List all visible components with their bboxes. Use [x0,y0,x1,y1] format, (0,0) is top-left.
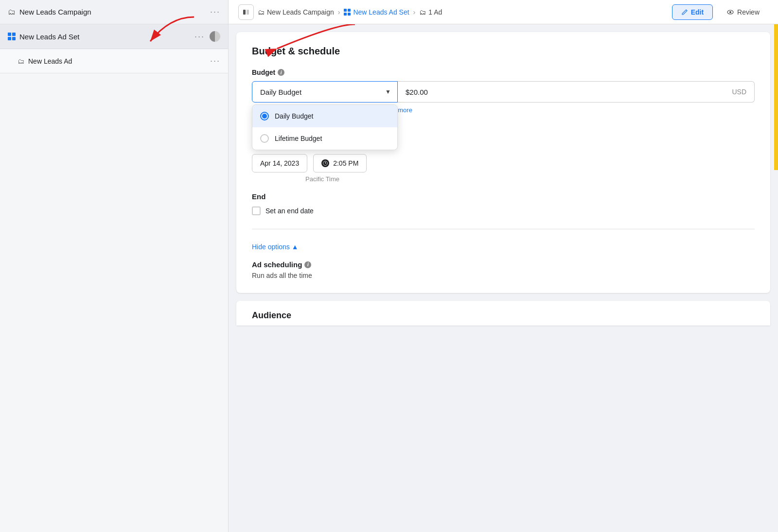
breadcrumb-adset[interactable]: New Leads Ad Set [344,8,409,16]
campaign-more-menu[interactable]: ··· [210,7,220,17]
end-title: End [252,192,755,201]
budget-currency: USD [732,88,746,96]
budget-info-icon[interactable]: i [278,69,284,76]
hide-options-link[interactable]: Hide options ▲ [252,243,755,251]
campaign-row-left: 🗂 New Leads Campaign [8,8,91,17]
campaign-folder-icon: 🗂 [8,8,16,17]
breadcrumb-campaign[interactable]: 🗂 New Leads Campaign [258,8,334,16]
sidebar-item-adset[interactable]: New Leads Ad Set ··· [0,24,228,49]
audience-title: Au [252,310,264,320]
dropdown-item-daily[interactable]: Daily Budget [252,105,397,127]
adset-toggle-icon[interactable] [210,31,220,42]
ad-folder-icon: 🗂 [18,57,24,65]
budget-select-wrapper: Daily Budget Lifetime Budget ▼ Daily Bud… [252,81,398,103]
adset-name: New Leads Ad Set [19,33,79,41]
adset-grid-icon [8,33,16,40]
edit-button[interactable]: Edit [672,4,713,20]
budget-schedule-card: Budget & schedule Budget i [236,32,770,293]
budget-label: Budget i [252,69,755,76]
sidebar: 🗂 New Leads Campaign ··· New Leads Ad Se… [0,0,229,532]
breadcrumb-ad-icon: 🗂 [419,8,426,16]
svg-rect-1 [243,10,246,15]
adset-row-right: ··· [194,31,220,42]
date-time-row: Apr 14, 2023 2:05 PM [252,154,755,172]
ad-scheduling-title: Ad scheduling i [252,260,755,269]
red-arrow-budget [267,24,365,63]
start-time-field[interactable]: 2:05 PM [313,154,367,172]
main-content: 🗂 New Leads Campaign › New Leads Ad Set … [229,0,778,532]
ad-scheduling-section: Ad scheduling i Run ads all the time [252,260,755,279]
breadcrumb-adset-icon [344,9,351,16]
breadcrumb: 🗂 New Leads Campaign › New Leads Ad Set … [238,4,442,20]
budget-row: Daily Budget Lifetime Budget ▼ Daily Bud… [252,81,755,103]
pencil-icon [681,9,688,16]
adset-more-menu[interactable]: ··· [194,32,205,42]
breadcrumb-sep-2: › [413,8,416,16]
radio-lifetime [260,134,269,143]
sidebar-toggle-button[interactable] [238,4,254,20]
sidebar-toggle-icon [242,8,250,16]
breadcrumb-ad[interactable]: 🗂 1 Ad [419,8,442,16]
radio-daily [260,112,269,120]
end-section: End Set an end date [252,192,755,215]
budget-amount-input[interactable] [406,88,732,96]
ad-more-menu[interactable]: ··· [210,56,220,66]
section-title: Budget & schedule [252,46,755,57]
end-date-label: Set an end date [265,207,314,215]
ad-name: New Leads Ad [28,57,72,65]
svg-point-4 [729,11,731,13]
budget-amount-wrapper: USD [398,81,755,103]
audience-card-partial: Audience [236,301,770,326]
top-nav-actions: Edit Review [672,4,768,20]
ad-scheduling-info-icon[interactable]: i [304,261,311,268]
clock-icon [321,159,329,167]
divider [252,229,755,229]
budget-type-select[interactable]: Daily Budget Lifetime Budget [252,81,398,103]
chevron-up-icon: ▲ [292,243,299,251]
breadcrumb-sep-1: › [338,8,340,16]
budget-dropdown: Daily Budget Lifetime Budget [252,104,398,150]
yellow-accent-bar [774,24,778,170]
eye-icon [726,8,734,16]
review-button[interactable]: Review [718,5,768,19]
content-area: Budget & schedule Budget i [229,24,778,532]
top-nav: 🗂 New Leads Campaign › New Leads Ad Set … [229,0,778,24]
end-date-row: Set an end date [252,206,755,215]
campaign-name: New Leads Campaign [19,8,91,16]
dropdown-item-lifetime[interactable]: Lifetime Budget [252,127,397,150]
svg-rect-2 [247,10,249,15]
adset-row-left: New Leads Ad Set [8,33,79,41]
breadcrumb-campaign-icon: 🗂 [258,8,265,16]
timezone-label: Pacific Time [305,175,755,183]
start-date-field[interactable]: Apr 14, 2023 [252,154,307,172]
end-date-checkbox[interactable] [252,206,261,215]
ad-row-left: 🗂 New Leads Ad [18,57,72,65]
ad-scheduling-value: Run ads all the time [252,272,755,279]
sidebar-item-campaign[interactable]: 🗂 New Leads Campaign ··· [0,0,228,24]
sidebar-item-ad[interactable]: 🗂 New Leads Ad ··· [0,49,228,73]
